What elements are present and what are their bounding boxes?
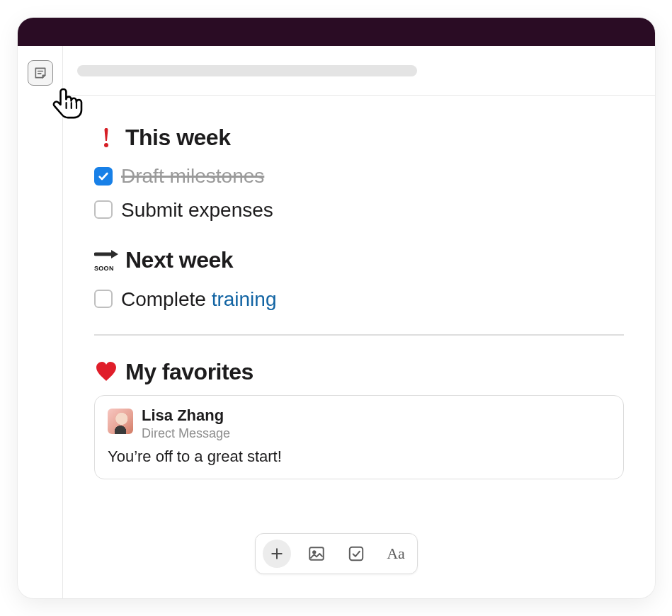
title-placeholder [77,65,417,76]
divider [94,334,624,336]
left-rail [18,46,63,598]
app-window: This week Draft milestones Submit expens… [18,18,655,598]
document-content[interactable]: This week Draft milestones Submit expens… [63,96,655,598]
window-titlebar [18,18,655,46]
task-label: Submit expenses [121,195,273,225]
heading-this-week: This week [94,124,624,151]
avatar [108,409,133,434]
checklist-icon [347,544,365,563]
exclamation-icon [94,127,118,148]
canvas-button[interactable] [28,60,53,86]
card-name: Lisa Zhang [142,406,230,426]
svg-rect-7 [309,547,324,559]
image-button[interactable] [302,540,331,568]
task-label: Complete training [121,284,276,314]
task-row[interactable]: Complete training [94,284,624,314]
image-icon [307,544,326,563]
task-label-prefix: Complete [121,288,212,310]
composer-toolbar: Aa [255,533,418,574]
heading-favorites: My favorites [94,358,624,385]
text-style-button[interactable]: Aa [382,540,410,568]
text-style-label: Aa [387,544,405,563]
favorite-card[interactable]: Lisa Zhang Direct Message You’re off to … [94,395,624,479]
heading-favorites-text: My favorites [125,358,254,385]
card-body: You’re off to a great start! [108,447,610,466]
task-label: Draft milestones [121,161,264,191]
svg-rect-9 [350,547,363,560]
checkbox-unchecked[interactable] [94,200,113,219]
heart-icon [94,361,118,382]
note-icon [33,66,47,80]
heading-next-week: SOON Next week [94,246,624,273]
header-row [63,46,655,96]
plus-icon [270,547,284,561]
soon-icon: SOON [94,249,118,270]
checkbox-checked[interactable] [94,167,113,186]
add-button[interactable] [263,540,291,568]
heading-this-week-text: This week [125,124,230,151]
checkbox-unchecked[interactable] [94,290,113,308]
heading-next-week-text: Next week [125,246,233,273]
card-subtitle: Direct Message [142,426,230,442]
svg-marker-4 [111,250,118,258]
task-row[interactable]: Submit expenses [94,195,624,225]
checklist-button[interactable] [342,540,370,568]
task-row[interactable]: Draft milestones [94,161,624,191]
svg-point-8 [313,551,315,553]
training-link[interactable]: training [212,288,277,310]
main-area: This week Draft milestones Submit expens… [63,46,655,598]
svg-point-2 [104,143,108,147]
